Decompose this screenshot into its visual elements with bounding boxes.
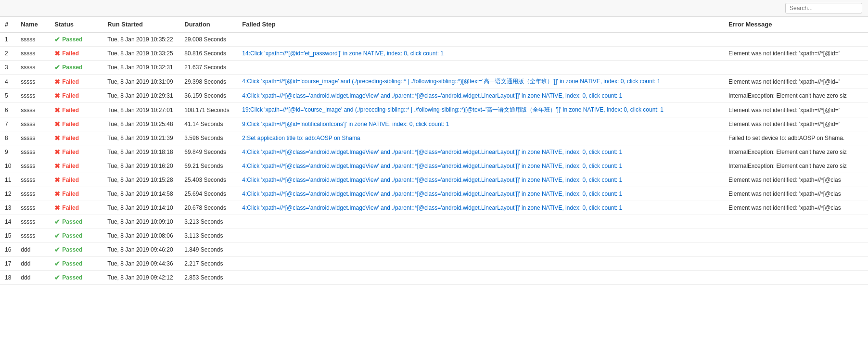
cell-num: 9: [0, 145, 16, 159]
cell-failed-step: 2:Set application title to: adb:AOSP on …: [237, 131, 724, 145]
cell-duration: 29.008 Seconds: [179, 32, 237, 47]
cell-duration: 25.403 Seconds: [179, 173, 237, 187]
table-row[interactable]: 17 ddd ✔ Passed Tue, 8 Jan 2019 09:44:36…: [0, 257, 868, 271]
cell-num: 5: [0, 89, 16, 103]
cell-status: ✔ Passed: [50, 61, 102, 75]
table-row[interactable]: 2 sssss ✖ Failed Tue, 8 Jan 2019 10:33:2…: [0, 47, 868, 61]
status-label: Passed: [62, 232, 82, 239]
status-label: Passed: [62, 274, 82, 281]
cell-name: sssss: [16, 159, 50, 173]
cell-name: ddd: [16, 257, 50, 271]
table-row[interactable]: 13 sssss ✖ Failed Tue, 8 Jan 2019 10:14:…: [0, 201, 868, 215]
x-icon: ✖: [54, 204, 60, 212]
cell-run-started: Tue, 8 Jan 2019 10:14:58: [102, 187, 179, 201]
status-label: Failed: [62, 163, 79, 169]
status-label: Passed: [62, 218, 82, 225]
search-input[interactable]: [785, 3, 862, 13]
cell-error-message: Element was not identified: 'xpath=//*[@…: [724, 187, 868, 201]
table-row[interactable]: 12 sssss ✖ Failed Tue, 8 Jan 2019 10:14:…: [0, 187, 868, 201]
cell-num: 13: [0, 201, 16, 215]
cell-name: sssss: [16, 131, 50, 145]
cell-run-started: Tue, 8 Jan 2019 10:14:10: [102, 201, 179, 215]
cell-failed-step: 4:Click 'xpath=//*[@class='android.widge…: [237, 187, 724, 201]
cell-failed-step: [237, 215, 724, 229]
check-icon: ✔: [54, 36, 60, 43]
table-row[interactable]: 14 sssss ✔ Passed Tue, 8 Jan 2019 10:09:…: [0, 215, 868, 229]
x-icon: ✖: [54, 190, 60, 198]
table-row[interactable]: 15 sssss ✔ Passed Tue, 8 Jan 2019 10:08:…: [0, 229, 868, 243]
table-row[interactable]: 7 sssss ✖ Failed Tue, 8 Jan 2019 10:25:4…: [0, 117, 868, 131]
cell-name: sssss: [16, 47, 50, 61]
cell-run-started: Tue, 8 Jan 2019 10:25:48: [102, 117, 179, 131]
status-label: Failed: [62, 149, 79, 155]
cell-run-started: Tue, 8 Jan 2019 10:21:39: [102, 131, 179, 145]
table-row[interactable]: 3 sssss ✔ Passed Tue, 8 Jan 2019 10:32:3…: [0, 61, 868, 75]
cell-status: ✖ Failed: [50, 145, 102, 159]
cell-error-message: InternalException: Element can't have ze…: [724, 89, 868, 103]
cell-name: ddd: [16, 271, 50, 285]
cell-failed-step: 4:Click 'xpath=//*[@class='android.widge…: [237, 159, 724, 173]
cell-status: ✔ Passed: [50, 215, 102, 229]
table-row[interactable]: 11 sssss ✖ Failed Tue, 8 Jan 2019 10:15:…: [0, 173, 868, 187]
cell-name: sssss: [16, 89, 50, 103]
cell-num: 11: [0, 173, 16, 187]
cell-run-started: Tue, 8 Jan 2019 10:27:01: [102, 103, 179, 117]
cell-failed-step: 19:Click 'xpath=//*[@id='course_image' a…: [237, 103, 724, 117]
check-icon: ✔: [54, 246, 60, 254]
cell-num: 16: [0, 243, 16, 257]
cell-failed-step: 4:Click 'xpath=//*[@class='android.widge…: [237, 89, 724, 103]
cell-run-started: Tue, 8 Jan 2019 10:08:06: [102, 229, 179, 243]
cell-error-message: Element was not identified: 'xpath=//*[@…: [724, 103, 868, 117]
col-header-num: #: [0, 17, 16, 32]
status-label: Failed: [62, 121, 79, 127]
status-label: Failed: [62, 107, 79, 114]
x-icon: ✖: [54, 176, 60, 184]
cell-error-message: Element was not identified: 'xpath=//*[@…: [724, 173, 868, 187]
cell-run-started: Tue, 8 Jan 2019 10:31:09: [102, 75, 179, 89]
cell-status: ✖ Failed: [50, 201, 102, 215]
results-table: # Name Status Run Started Duration Faile…: [0, 17, 868, 285]
table-row[interactable]: 6 sssss ✖ Failed Tue, 8 Jan 2019 10:27:0…: [0, 103, 868, 117]
table-row[interactable]: 9 sssss ✖ Failed Tue, 8 Jan 2019 10:18:1…: [0, 145, 868, 159]
x-icon: ✖: [54, 92, 60, 100]
cell-name: sssss: [16, 75, 50, 89]
check-icon: ✔: [54, 218, 60, 226]
table-row[interactable]: 5 sssss ✖ Failed Tue, 8 Jan 2019 10:29:3…: [0, 89, 868, 103]
cell-name: sssss: [16, 103, 50, 117]
x-icon: ✖: [54, 50, 60, 57]
cell-run-started: Tue, 8 Jan 2019 09:42:12: [102, 271, 179, 285]
col-header-status: Status: [50, 17, 102, 32]
table-row[interactable]: 10 sssss ✖ Failed Tue, 8 Jan 2019 10:16:…: [0, 159, 868, 173]
table-row[interactable]: 1 sssss ✔ Passed Tue, 8 Jan 2019 10:35:2…: [0, 32, 868, 47]
status-label: Failed: [62, 78, 79, 85]
cell-run-started: Tue, 8 Jan 2019 10:33:25: [102, 47, 179, 61]
table-row[interactable]: 8 sssss ✖ Failed Tue, 8 Jan 2019 10:21:3…: [0, 131, 868, 145]
cell-failed-step: [237, 229, 724, 243]
status-label: Failed: [62, 135, 79, 141]
cell-name: sssss: [16, 32, 50, 47]
table-row[interactable]: 4 sssss ✖ Failed Tue, 8 Jan 2019 10:31:0…: [0, 75, 868, 89]
table-row[interactable]: 18 ddd ✔ Passed Tue, 8 Jan 2019 09:42:12…: [0, 271, 868, 285]
cell-num: 1: [0, 32, 16, 47]
cell-duration: 3.113 Seconds: [179, 229, 237, 243]
cell-run-started: Tue, 8 Jan 2019 10:29:31: [102, 89, 179, 103]
table-row[interactable]: 16 ddd ✔ Passed Tue, 8 Jan 2019 09:46:20…: [0, 243, 868, 257]
cell-name: sssss: [16, 229, 50, 243]
cell-run-started: Tue, 8 Jan 2019 10:09:10: [102, 215, 179, 229]
cell-duration: 2.853 Seconds: [179, 271, 237, 285]
cell-num: 2: [0, 47, 16, 61]
cell-error-message: [724, 215, 868, 229]
cell-duration: 108.171 Seconds: [179, 103, 237, 117]
cell-run-started: Tue, 8 Jan 2019 10:15:28: [102, 173, 179, 187]
cell-status: ✔ Passed: [50, 271, 102, 285]
status-label: Failed: [62, 92, 79, 99]
cell-error-message: Element was not identified: 'xpath=//*[@…: [724, 75, 868, 89]
cell-num: 12: [0, 187, 16, 201]
x-icon: ✖: [54, 106, 60, 114]
status-label: Passed: [62, 64, 82, 71]
col-header-name: Name: [16, 17, 50, 32]
cell-failed-step: 4:Click 'xpath=//*[@class='android.widge…: [237, 145, 724, 159]
cell-duration: 36.159 Seconds: [179, 89, 237, 103]
cell-num: 18: [0, 271, 16, 285]
cell-error-message: [724, 32, 868, 47]
